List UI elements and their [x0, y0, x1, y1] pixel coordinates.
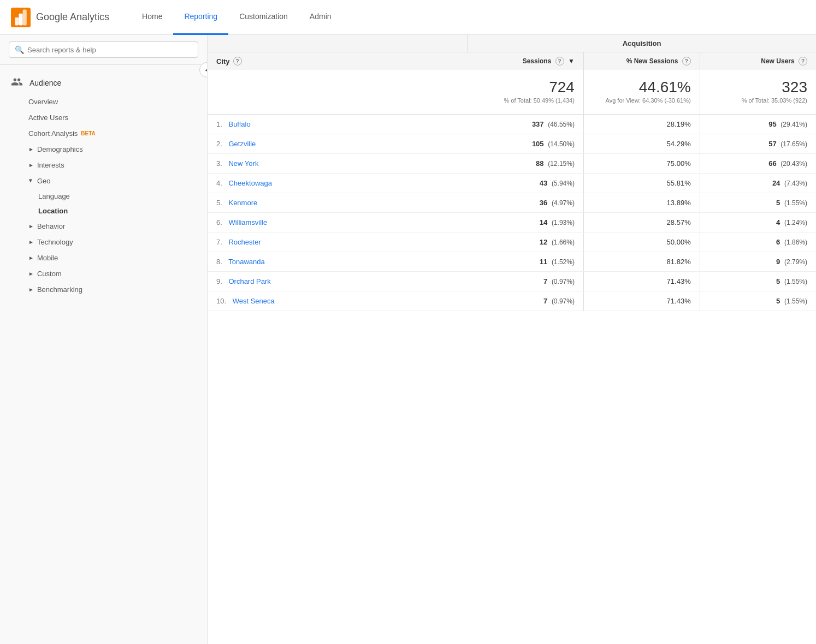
- city-link[interactable]: New York: [228, 159, 258, 168]
- city-link[interactable]: Buffalo: [228, 120, 250, 128]
- row-new-sessions-value: 50.00%: [667, 238, 691, 246]
- table-row: 10. West Seneca 7 (0.97%) 71.43% 5 (1.55…: [208, 291, 816, 311]
- audience-icon: [11, 76, 23, 90]
- totals-sessions-value: 724: [476, 79, 575, 96]
- row-new-users-cell: 66 (20.43%): [700, 153, 816, 173]
- city-link[interactable]: Kenmore: [228, 199, 257, 207]
- row-new-users-value: 5: [776, 277, 780, 285]
- row-new-sessions-cell: 81.82%: [583, 252, 700, 271]
- row-new-sessions-cell: 28.57%: [583, 212, 700, 232]
- totals-row: 724 % of Total: 50.49% (1,434) 44.61% Av…: [208, 70, 816, 114]
- city-link[interactable]: Tonawanda: [228, 258, 265, 266]
- sidebar-item-cohort-analysis[interactable]: Cohort Analysis BETA: [0, 126, 207, 141]
- row-sessions-value: 36: [540, 199, 547, 207]
- sidebar-item-active-users[interactable]: Active Users: [0, 110, 207, 126]
- row-new-users-pct: (29.41%): [780, 121, 807, 128]
- row-sessions-value: 7: [543, 277, 547, 285]
- sidebar-group-custom[interactable]: ► Custom: [0, 266, 207, 282]
- row-new-users-pct: (20.43%): [780, 160, 807, 168]
- sidebar-group-demographics[interactable]: ► Demographics: [0, 141, 207, 157]
- city-link[interactable]: Williamsville: [228, 218, 267, 226]
- row-rank: 4.: [216, 179, 222, 187]
- row-rank: 6.: [216, 218, 222, 226]
- logo-area: Google Analytics: [11, 8, 109, 27]
- content-area: Acquisition City ? Sessions ? ▼: [208, 35, 816, 644]
- mobile-triangle: ►: [28, 255, 34, 261]
- row-new-sessions-value: 54.29%: [667, 140, 691, 148]
- main-layout: 🔍 ◀ Audience Overview Active Users Cohor…: [0, 35, 816, 644]
- table-row: 3. New York 88 (12.15%) 75.00% 66 (20.43…: [208, 153, 816, 173]
- search-box[interactable]: 🔍: [9, 41, 198, 58]
- row-sessions-cell: 7 (0.97%): [468, 291, 584, 311]
- audience-section-header[interactable]: Audience: [0, 71, 207, 94]
- th-new-sessions: % New Sessions ?: [583, 52, 700, 70]
- sidebar-group-interests[interactable]: ► Interests: [0, 157, 207, 173]
- nav-admin[interactable]: Admin: [299, 0, 342, 35]
- sidebar-group-benchmarking[interactable]: ► Benchmarking: [0, 282, 207, 297]
- row-city-cell: 4. Cheektowaga: [208, 173, 468, 193]
- row-rank: 10.: [216, 297, 226, 305]
- row-sessions-pct: (0.97%): [552, 297, 575, 305]
- beta-badge: BETA: [81, 130, 95, 136]
- sidebar-group-mobile[interactable]: ► Mobile: [0, 250, 207, 266]
- row-new-sessions-value: 75.00%: [667, 159, 691, 168]
- sessions-help-icon[interactable]: ?: [555, 57, 564, 65]
- main-nav: Home Reporting Customization Admin: [131, 0, 342, 34]
- app-name: Google Analytics: [36, 11, 109, 23]
- row-new-users-value: 95: [768, 120, 776, 128]
- row-sessions-value: 337: [532, 120, 544, 128]
- sidebar-group-technology[interactable]: ► Technology: [0, 234, 207, 250]
- row-sessions-pct: (0.97%): [552, 278, 575, 285]
- totals-sessions-cell: 724 % of Total: 50.49% (1,434): [468, 70, 584, 114]
- row-rank: 8.: [216, 258, 222, 266]
- th-new-users: New Users ?: [700, 52, 816, 70]
- nav-reporting[interactable]: Reporting: [173, 0, 228, 35]
- row-new-sessions-cell: 28.19%: [583, 114, 700, 134]
- row-rank: 3.: [216, 159, 222, 168]
- nav-home[interactable]: Home: [131, 0, 173, 35]
- new-sessions-help-icon[interactable]: ?: [682, 57, 691, 65]
- city-col-label: City: [216, 57, 230, 65]
- totals-new-users-sub: % of Total: 35.03% (922): [709, 96, 807, 105]
- search-input[interactable]: [27, 46, 192, 54]
- row-sessions-pct: (46.55%): [548, 121, 575, 128]
- top-navigation: Google Analytics Home Reporting Customiz…: [0, 0, 816, 35]
- row-sessions-value: 12: [540, 238, 547, 246]
- row-sessions-value: 11: [540, 258, 547, 266]
- sidebar-group-geo[interactable]: ► Geo: [0, 173, 207, 189]
- row-new-sessions-value: 55.81%: [667, 179, 691, 187]
- table-row: 8. Tonawanda 11 (1.52%) 81.82% 9 (2.79%): [208, 252, 816, 271]
- row-new-sessions-cell: 55.81%: [583, 173, 700, 193]
- sidebar: 🔍 ◀ Audience Overview Active Users Cohor…: [0, 35, 208, 644]
- row-sessions-cell: 43 (5.94%): [468, 173, 584, 193]
- row-city-cell: 8. Tonawanda: [208, 252, 468, 271]
- row-sessions-cell: 12 (1.66%): [468, 232, 584, 252]
- row-sessions-pct: (5.94%): [552, 180, 575, 187]
- row-city-cell: 2. Getzville: [208, 134, 468, 153]
- city-link[interactable]: West Seneca: [233, 297, 275, 305]
- row-new-users-cell: 5 (1.55%): [700, 291, 816, 311]
- sidebar-item-location[interactable]: Location: [0, 204, 207, 218]
- row-sessions-cell: 88 (12.15%): [468, 153, 584, 173]
- city-link[interactable]: Cheektowaga: [228, 179, 272, 187]
- row-city-cell: 6. Williamsville: [208, 212, 468, 232]
- city-link[interactable]: Rochester: [228, 238, 261, 246]
- behavior-triangle: ►: [28, 223, 34, 229]
- row-city-cell: 7. Rochester: [208, 232, 468, 252]
- nav-customization[interactable]: Customization: [228, 0, 299, 35]
- row-new-sessions-cell: 13.89%: [583, 193, 700, 212]
- city-link[interactable]: Getzville: [228, 140, 256, 148]
- city-header-empty: [208, 35, 468, 52]
- row-new-users-cell: 24 (7.43%): [700, 173, 816, 193]
- sidebar-group-behavior[interactable]: ► Behavior: [0, 218, 207, 234]
- row-rank: 1.: [216, 120, 222, 128]
- sidebar-item-overview[interactable]: Overview: [0, 94, 207, 110]
- new-users-help-icon[interactable]: ?: [799, 57, 807, 65]
- totals-new-users-cell: 323 % of Total: 35.03% (922): [700, 70, 816, 114]
- sessions-sort-arrow[interactable]: ▼: [568, 57, 575, 65]
- city-help-icon[interactable]: ?: [233, 57, 242, 65]
- sidebar-item-language[interactable]: Language: [0, 189, 207, 204]
- th-city: City ?: [208, 52, 468, 70]
- city-link[interactable]: Orchard Park: [228, 277, 270, 285]
- row-new-users-value: 6: [776, 238, 780, 246]
